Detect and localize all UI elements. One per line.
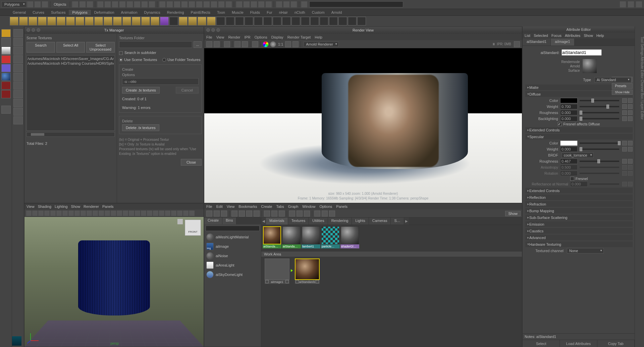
vp-tool-icon[interactable]: [171, 211, 176, 216]
tb-icon[interactable]: [105, 1, 111, 7]
diffuse-color-swatch[interactable]: [560, 98, 578, 103]
layout-single-icon[interactable]: [13, 29, 23, 37]
hs-icon[interactable]: [304, 211, 310, 217]
hs-menu-file[interactable]: File: [206, 205, 212, 209]
vp-tool-icon[interactable]: [62, 211, 68, 216]
diffuse-weight-slider[interactable]: [580, 106, 619, 107]
map-icon[interactable]: [622, 104, 627, 109]
hs-icon[interactable]: [221, 211, 227, 217]
select-tool-icon[interactable]: [1, 29, 11, 37]
layout-icon[interactable]: [13, 99, 23, 107]
map-icon[interactable]: [622, 110, 627, 115]
close-icon[interactable]: [26, 28, 30, 32]
render-region-icon[interactable]: [214, 41, 220, 47]
hs-create-item[interactable]: aiAreaLight: [204, 261, 261, 270]
shelf-icon[interactable]: [310, 17, 319, 25]
rv-menu-file[interactable]: File: [206, 35, 212, 39]
vp-tool-icon[interactable]: [177, 211, 182, 216]
tb-icon[interactable]: [258, 1, 264, 7]
shelf-tab-general[interactable]: General: [9, 10, 29, 15]
layout-icon[interactable]: [628, 1, 634, 7]
tb-icon[interactable]: [211, 1, 217, 7]
renderer-dropdown[interactable]: Arnold Renderer: [304, 42, 339, 47]
layout-icon[interactable]: [13, 116, 23, 124]
shelf-icon[interactable]: [282, 17, 291, 25]
tb-icon[interactable]: [134, 1, 140, 7]
hs-icon[interactable]: [289, 211, 295, 217]
backlight-input[interactable]: [560, 116, 578, 121]
shelf-tab-toon[interactable]: Toon: [214, 10, 228, 15]
map-icon[interactable]: [628, 182, 633, 186]
universal-manip-icon[interactable]: [1, 81, 11, 90]
reflection-section[interactable]: Reflection: [525, 194, 633, 200]
tb-icon[interactable]: [149, 1, 155, 7]
shelf-icon[interactable]: [38, 17, 47, 25]
textures-folder-input[interactable]: [119, 41, 192, 48]
shelf-icon[interactable]: [348, 17, 357, 25]
hs-search-input[interactable]: [206, 226, 260, 231]
layout-icon[interactable]: [13, 73, 23, 81]
map-icon[interactable]: [628, 110, 633, 115]
scale-tool-icon[interactable]: [1, 73, 11, 81]
type-dropdown[interactable]: Ai Standard: [594, 77, 631, 82]
hs-tab-rendering[interactable]: Rendering: [328, 218, 352, 225]
shelf-icon[interactable]: [245, 17, 253, 25]
hs-menu-edit[interactable]: Edit: [216, 205, 223, 209]
remove-image-icon[interactable]: [292, 41, 299, 47]
shelf-icon[interactable]: [188, 17, 197, 25]
shelf-icon[interactable]: [291, 17, 300, 25]
layout-icon[interactable]: [13, 47, 23, 55]
delete-tx-button[interactable]: Delete .tx textures: [122, 124, 159, 131]
map-icon[interactable]: [622, 171, 627, 176]
snapshot-icon[interactable]: [224, 41, 230, 47]
open-scene-icon[interactable]: [35, 1, 41, 7]
hw-channel-dropdown[interactable]: None: [567, 248, 604, 253]
maya-app-icon[interactable]: [12, 336, 21, 346]
hs-icon[interactable]: [214, 211, 220, 217]
shelf-icon[interactable]: [75, 17, 84, 25]
tb-icon[interactable]: [159, 1, 165, 7]
vp-tool-icon[interactable]: [153, 211, 158, 216]
hs-menu-options[interactable]: Options: [319, 205, 332, 209]
shelf-icon[interactable]: [57, 17, 65, 25]
color-lut-icon[interactable]: [263, 41, 269, 47]
shelf-icon[interactable]: [329, 17, 338, 25]
shelf-tab-surfaces[interactable]: Surfaces: [48, 10, 69, 15]
close-icon[interactable]: [206, 28, 210, 32]
close-button[interactable]: Close: [181, 159, 202, 166]
vp-tool-icon[interactable]: [80, 211, 86, 216]
hs-icon[interactable]: [322, 211, 328, 217]
shelf-icon[interactable]: [132, 17, 141, 25]
backlight-slider[interactable]: [580, 118, 619, 119]
hs-tab-materials[interactable]: Materials: [266, 218, 288, 225]
hs-icon[interactable]: [264, 211, 270, 217]
use-scene-radio[interactable]: [119, 58, 123, 62]
tabs-left-icon[interactable]: ◀: [261, 218, 266, 225]
shelf-icon[interactable]: [47, 17, 56, 25]
rv-menu-view[interactable]: View: [216, 35, 224, 39]
render-icon[interactable]: [206, 41, 212, 47]
presets-button[interactable]: Presets: [612, 83, 633, 89]
tb-icon[interactable]: [291, 1, 297, 7]
caustics-section[interactable]: Caustics: [525, 228, 633, 234]
map-icon[interactable]: [628, 141, 633, 146]
shelf-icon[interactable]: [104, 17, 112, 25]
tb-icon[interactable]: [283, 1, 289, 7]
refresh-icon[interactable]: [242, 41, 248, 47]
shelf-tab-muscle[interactable]: Muscle: [228, 10, 247, 15]
tb-icon[interactable]: [181, 1, 187, 7]
browse-button[interactable]: ...: [194, 41, 202, 48]
node-input-icon[interactable]: [296, 280, 299, 283]
tb-icon[interactable]: [218, 1, 224, 7]
vp-tool-icon[interactable]: [50, 211, 56, 216]
vp-tool-icon[interactable]: [183, 211, 189, 216]
vp-tool-icon[interactable]: [135, 211, 140, 216]
search-button[interactable]: Search: [26, 42, 55, 53]
layout-icon[interactable]: [620, 1, 626, 7]
shelf-tab-ncloth[interactable]: nCloth: [291, 10, 309, 15]
hs-icon[interactable]: [314, 211, 320, 217]
move-tool-icon[interactable]: [1, 55, 11, 63]
node-input-icon[interactable]: [265, 280, 269, 283]
hs-create-item[interactable]: aiMeshLightMaterial: [204, 232, 261, 242]
shelf-icon[interactable]: [301, 17, 310, 25]
